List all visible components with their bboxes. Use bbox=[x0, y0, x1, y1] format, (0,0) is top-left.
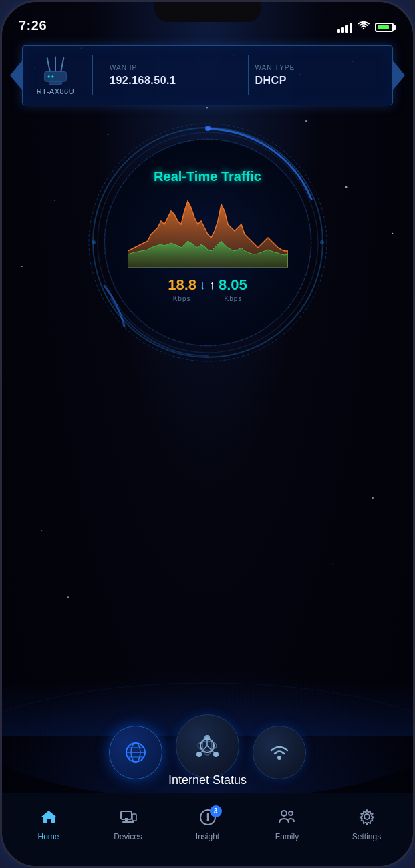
traffic-stats: 18.8 ↓ ↑ 8.05 bbox=[168, 276, 247, 294]
svg-point-23 bbox=[48, 75, 50, 77]
router-card-arrow-left bbox=[10, 61, 22, 90]
bottom-navigation: Home Devices bbox=[2, 793, 413, 866]
svg-point-25 bbox=[55, 75, 57, 77]
svg-rect-26 bbox=[49, 81, 62, 84]
home-icon bbox=[40, 809, 57, 829]
router-icon bbox=[39, 55, 72, 85]
svg-line-21 bbox=[61, 58, 63, 71]
svg-rect-54 bbox=[132, 814, 136, 821]
svg-point-24 bbox=[51, 75, 53, 77]
router-name: RT-AX86U bbox=[37, 87, 74, 95]
wan-ip-value: 192.168.50.1 bbox=[110, 75, 241, 87]
svg-point-8 bbox=[345, 186, 347, 188]
traffic-gauge: Real-Time Traffic bbox=[84, 119, 331, 366]
svg-line-19 bbox=[47, 58, 50, 71]
nav-home-label: Home bbox=[37, 832, 59, 841]
network-btn-circle[interactable] bbox=[176, 714, 239, 778]
devices-icon bbox=[120, 809, 137, 829]
status-icons bbox=[337, 21, 396, 33]
wifi-button-icon bbox=[267, 740, 291, 765]
router-card-arrow-right bbox=[393, 61, 405, 90]
traffic-units: Kbps Kbps bbox=[173, 295, 243, 302]
insight-badge: 3 bbox=[210, 805, 222, 817]
nav-settings-label: Settings bbox=[352, 832, 381, 841]
svg-point-56 bbox=[206, 819, 209, 821]
battery-tip bbox=[394, 25, 396, 30]
traffic-chart bbox=[128, 191, 288, 271]
svg-point-9 bbox=[21, 266, 23, 267]
svg-point-58 bbox=[289, 811, 293, 815]
wan-ip-label: WAN IP bbox=[110, 64, 241, 71]
signal-bar-4 bbox=[350, 23, 352, 33]
router-divider-2 bbox=[248, 55, 249, 95]
internet-button[interactable] bbox=[109, 726, 162, 779]
download-arrow-icon: ↓ bbox=[200, 278, 206, 292]
wan-type-label: WAN TYPE bbox=[255, 64, 387, 71]
upload-value: 8.05 bbox=[219, 276, 247, 294]
svg-point-15 bbox=[206, 107, 208, 108]
globe-icon bbox=[124, 740, 148, 765]
signal-bar-1 bbox=[337, 29, 340, 33]
svg-point-42 bbox=[196, 752, 202, 757]
battery-fill bbox=[378, 25, 389, 29]
svg-point-12 bbox=[372, 497, 374, 499]
status-time: 7:26 bbox=[19, 18, 47, 33]
router-card: RT-AX86U WAN IP 192.168.50.1 WAN TYPE DH… bbox=[22, 45, 393, 105]
insight-icon: 3 bbox=[199, 809, 217, 829]
svg-point-31 bbox=[205, 126, 211, 131]
upload-unit: Kbps bbox=[225, 295, 243, 302]
network-icon bbox=[192, 731, 223, 761]
wifi-btn-circle[interactable] bbox=[253, 726, 306, 779]
wan-type-value: DHCP bbox=[255, 75, 387, 87]
upload-arrow-icon: ↑ bbox=[209, 278, 215, 292]
download-unit: Kbps bbox=[173, 295, 191, 302]
download-value: 18.8 bbox=[168, 276, 196, 294]
signal-bar-3 bbox=[345, 25, 348, 33]
svg-point-41 bbox=[204, 735, 210, 740]
battery-icon bbox=[375, 23, 396, 32]
family-icon bbox=[278, 809, 297, 829]
svg-point-10 bbox=[392, 233, 393, 234]
nav-item-devices[interactable]: Devices bbox=[105, 809, 152, 841]
svg-point-33 bbox=[92, 240, 96, 244]
nav-item-home[interactable]: Home bbox=[25, 809, 72, 841]
signal-strength-icon bbox=[337, 22, 352, 33]
phone-screen: 7:26 bbox=[2, 2, 413, 866]
notch bbox=[154, 2, 261, 22]
signal-bar-2 bbox=[341, 27, 344, 33]
nav-insight-label: Insight bbox=[196, 832, 219, 841]
nav-item-insight[interactable]: 3 Insight bbox=[184, 809, 231, 841]
router-info-section: WAN IP 192.168.50.1 WAN TYPE DHCP bbox=[103, 55, 393, 95]
phone-frame: 7:26 bbox=[0, 0, 415, 868]
gauge-inner: Real-Time Traffic bbox=[104, 139, 311, 346]
svg-point-14 bbox=[332, 564, 333, 565]
internet-status-label: Internet Status bbox=[168, 773, 247, 787]
wifi-status-icon bbox=[358, 21, 370, 33]
router-icon-section: RT-AX86U bbox=[22, 55, 82, 95]
svg-point-57 bbox=[281, 811, 287, 816]
svg-point-50 bbox=[277, 756, 281, 760]
wifi-button[interactable] bbox=[253, 726, 306, 779]
network-button[interactable] bbox=[176, 714, 239, 778]
nav-item-family[interactable]: Family bbox=[264, 809, 311, 841]
settings-icon bbox=[358, 809, 376, 829]
action-buttons bbox=[2, 726, 413, 779]
wan-type-section: WAN TYPE DHCP bbox=[249, 55, 394, 95]
nav-item-settings[interactable]: Settings bbox=[343, 809, 390, 841]
battery-body bbox=[375, 23, 394, 32]
svg-point-59 bbox=[364, 814, 370, 819]
nav-family-label: Family bbox=[275, 832, 299, 841]
svg-point-7 bbox=[54, 200, 55, 201]
wan-ip-section: WAN IP 192.168.50.1 bbox=[103, 55, 248, 95]
router-divider-1 bbox=[92, 55, 93, 95]
internet-btn-circle[interactable] bbox=[109, 726, 162, 779]
svg-rect-52 bbox=[125, 818, 128, 821]
nav-devices-label: Devices bbox=[114, 832, 142, 841]
svg-point-43 bbox=[213, 752, 219, 757]
svg-point-13 bbox=[67, 596, 69, 598]
svg-point-11 bbox=[41, 530, 42, 531]
traffic-title: Real-Time Traffic bbox=[154, 169, 261, 184]
traffic-chart-svg bbox=[128, 191, 288, 271]
svg-point-32 bbox=[320, 240, 324, 244]
